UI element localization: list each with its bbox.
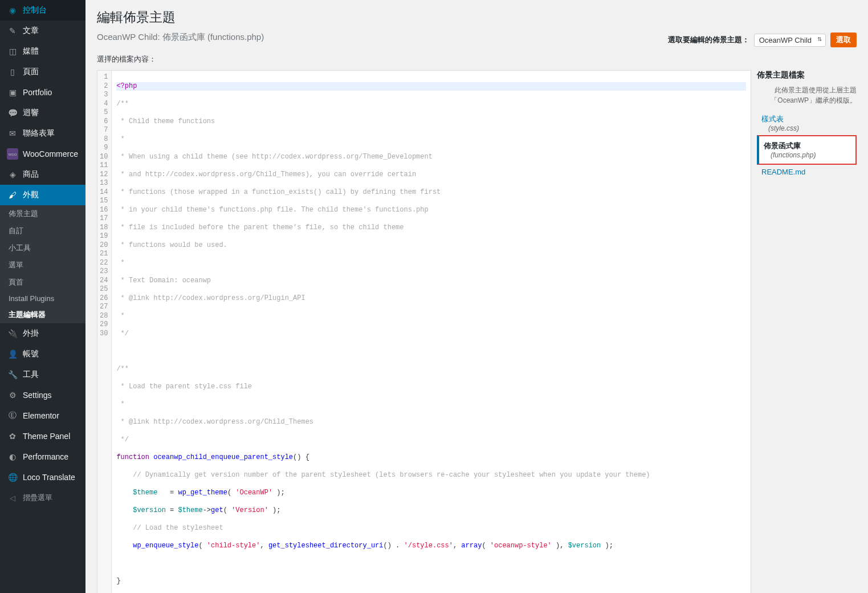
gear-icon: ✿ (7, 430, 18, 442)
sidebar-item-label: Loco Translate (23, 473, 75, 482)
sidebar-item-posts[interactable]: ✎ 文章 (0, 21, 85, 41)
sidebar-item-label: WooCommerce (23, 149, 78, 159)
sidebar-item-label: 頁面 (23, 67, 39, 77)
code-text: * file is included before the parent the… (116, 224, 404, 231)
sidebar-item-appearance[interactable]: 🖌 外觀 (0, 185, 85, 205)
file-item-readme[interactable]: README.md (757, 165, 857, 179)
theme-selected-value: OceanWP Child (759, 36, 812, 44)
media-icon: ◫ (7, 46, 18, 57)
sidebar-item-label: 控制台 (23, 5, 47, 15)
file-item-stylesheet[interactable]: 樣式表 (style.css) (757, 111, 857, 135)
sidebar-item-settings[interactable]: ⚙ Settings (0, 385, 85, 405)
code-text: <?php (116, 82, 137, 90)
code-content[interactable]: <?php /** * Child theme functions * * Wh… (112, 71, 751, 593)
sidebar-item-label: Performance (23, 452, 68, 461)
code-text: /** (116, 100, 129, 108)
sidebar-item-performance[interactable]: ◐ Performance (0, 446, 85, 467)
code-text: * Child theme functions (116, 117, 215, 125)
select-theme-label: 選取要編輯的佈景主題： (668, 35, 749, 45)
sidebar-item-label: 文章 (23, 26, 39, 36)
sidebar-sub-widgets[interactable]: 小工具 (0, 239, 85, 257)
select-theme-button[interactable]: 選取 (830, 33, 857, 47)
line-number-gutter: 1234567891011121314151617181920212223242… (97, 71, 112, 593)
code-text: * Text Domain: oceanwp (116, 277, 211, 285)
sidebar-item-label: 帳號 (23, 349, 39, 359)
code-editor[interactable]: 1234567891011121314151617181920212223242… (97, 70, 751, 593)
admin-sidebar: ◉ 控制台 ✎ 文章 ◫ 媒體 ▯ 頁面 ▣ Portfolio 💬 迴響 ✉ … (0, 0, 85, 593)
files-panel-title: 佈景主題檔案 (757, 70, 857, 80)
code-text (116, 347, 746, 356)
brush-icon: 🖌 (7, 189, 18, 201)
file-label: 樣式表 (761, 115, 784, 123)
sidebar-sub-install-plugins[interactable]: Install Plugins (0, 291, 85, 306)
elementor-icon: Ⓔ (7, 410, 18, 421)
sidebar-item-label: 媒體 (23, 46, 39, 56)
woo-icon: woo (7, 148, 18, 160)
code-text: * (116, 135, 124, 143)
user-icon: 👤 (7, 348, 18, 360)
sidebar-item-label: 商品 (23, 169, 39, 180)
file-sub: (functions.php) (771, 151, 851, 159)
page-icon: ▯ (7, 66, 18, 78)
plugin-icon: 🔌 (7, 328, 18, 339)
sidebar-sub-customize[interactable]: 自訂 (0, 222, 85, 239)
sidebar-item-media[interactable]: ◫ 媒體 (0, 41, 85, 62)
theme-select-dropdown[interactable]: OceanWP Child (754, 34, 826, 47)
pin-icon: ✎ (7, 25, 18, 36)
code-text: * functions (those wrapped in a function… (116, 188, 441, 196)
theme-files-panel: 佈景主題檔案 此佈景主題使用從上層主題「OceanWP」繼承的模版。 樣式表 (… (751, 70, 857, 593)
files-panel-note: 此佈景主題使用從上層主題「OceanWP」繼承的模版。 (757, 85, 857, 105)
sidebar-submenu: 佈景主題 自訂 小工具 選單 頁首 Install Plugins 主題編輯器 (0, 205, 85, 323)
code-text: * @link http://codex.wordpress.org/Child… (116, 418, 313, 426)
sidebar-item-comments[interactable]: 💬 迴響 (0, 103, 85, 123)
file-item-functions[interactable]: 佈景函式庫 (functions.php) (757, 135, 857, 165)
sidebar-item-plugins[interactable]: 🔌 外掛 (0, 323, 85, 344)
mail-icon: ✉ (7, 128, 18, 139)
portfolio-icon: ▣ (7, 87, 18, 98)
file-sub: (style.css) (768, 124, 852, 132)
sidebar-item-label: Theme Panel (23, 432, 70, 441)
sidebar-item-dashboard[interactable]: ◉ 控制台 (0, 0, 85, 21)
collapse-label: 摺疊選單 (23, 493, 52, 503)
dashboard-icon: ◉ (7, 5, 18, 16)
code-text: /** (116, 365, 129, 373)
translate-icon: 🌐 (7, 472, 18, 483)
sidebar-item-label: Settings (23, 391, 52, 400)
code-text: * and http://codex.wordpress.org/Child_T… (116, 170, 416, 178)
page-title: 編輯佈景主題 (97, 9, 857, 26)
sidebar-item-loco[interactable]: 🌐 Loco Translate (0, 467, 85, 488)
sidebar-item-tools[interactable]: 🔧 工具 (0, 364, 85, 385)
sidebar-item-elementor[interactable]: Ⓔ Elementor (0, 405, 85, 426)
sidebar-item-label: Portfolio (23, 88, 52, 97)
file-label: README.md (761, 168, 805, 176)
product-icon: ◈ (7, 169, 18, 180)
sidebar-sub-theme-editor[interactable]: 主題編輯器 (0, 306, 85, 323)
sidebar-sub-menus[interactable]: 選單 (0, 257, 85, 274)
sidebar-item-label: 外觀 (23, 190, 39, 200)
code-text: * @link http://codex.wordpress.org/Plugi… (116, 294, 305, 302)
code-text: */ (116, 330, 129, 338)
collapse-menu-button[interactable]: ◁ 摺疊選單 (0, 488, 85, 508)
code-text: * (116, 400, 124, 408)
sidebar-item-portfolio[interactable]: ▣ Portfolio (0, 82, 85, 103)
select-file-label: 選擇的檔案內容： (97, 54, 857, 64)
sliders-icon: ⚙ (7, 389, 18, 401)
sidebar-item-contact[interactable]: ✉ 聯絡表單 (0, 123, 85, 144)
sidebar-item-pages[interactable]: ▯ 頁面 (0, 62, 85, 82)
code-text: * functions would be used. (116, 241, 227, 249)
sidebar-sub-header[interactable]: 頁首 (0, 274, 85, 291)
code-text: * in your child theme's functions.php fi… (116, 206, 428, 214)
sidebar-item-themepanel[interactable]: ✿ Theme Panel (0, 426, 85, 446)
sidebar-item-label: 外掛 (23, 328, 39, 339)
sidebar-item-users[interactable]: 👤 帳號 (0, 344, 85, 364)
theme-selector-row: 選取要編輯的佈景主題： OceanWP Child 選取 (668, 33, 857, 47)
sidebar-item-products[interactable]: ◈ 商品 (0, 164, 85, 185)
sidebar-item-woocommerce[interactable]: woo WooCommerce (0, 144, 85, 164)
sidebar-item-label: 迴響 (23, 108, 39, 118)
code-text: * When using a child theme (see http://c… (116, 153, 433, 161)
code-text: } (116, 577, 746, 586)
comment-icon: 💬 (7, 107, 18, 119)
code-text: * Load the parent style.css file (116, 383, 252, 391)
code-text: * (116, 312, 124, 320)
sidebar-sub-themes[interactable]: 佈景主題 (0, 205, 85, 222)
